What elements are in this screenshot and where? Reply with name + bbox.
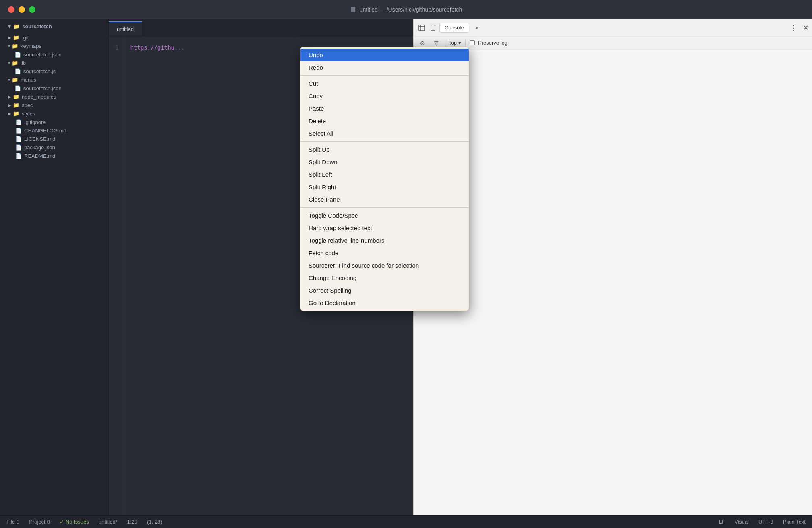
editor-tab-untitled[interactable]: untitled <box>109 21 142 36</box>
sidebar-item-styles[interactable]: ▶ 📁 styles <box>0 109 108 118</box>
menu-item-sourcerer[interactable]: Sourcerer: Find source code for selectio… <box>300 259 469 272</box>
sidebar-item-changelog[interactable]: 📄 CHANGELOG.md <box>0 126 108 135</box>
sidebar-item-package[interactable]: 📄 package.json <box>0 143 108 152</box>
device-mode-button[interactable] <box>428 23 438 33</box>
menu-item-fetch-code[interactable]: Fetch code <box>300 247 469 259</box>
devtools-content: undefined › <box>414 50 812 515</box>
top-label: top <box>450 40 457 46</box>
chevron-right-icon: ▶ <box>8 95 11 99</box>
sidebar-item-git[interactable]: ▶ 📁 .git <box>0 33 108 42</box>
sidebar-item-keymaps-json[interactable]: 📄 sourcefetch.json <box>0 50 108 59</box>
menu-item-split-up[interactable]: Split Up <box>300 143 469 156</box>
sidebar-item-lib[interactable]: ▾ 📁 lib <box>0 59 108 67</box>
menu-item-hard-wrap[interactable]: Hard wrap selected text <box>300 222 469 234</box>
menu-item-close-pane[interactable]: Close Pane <box>300 193 469 206</box>
menu-item-change-encoding[interactable]: Change Encoding <box>300 272 469 284</box>
filter-button[interactable]: ▽ <box>431 38 441 48</box>
sidebar-item-label: lib <box>21 60 26 66</box>
sidebar-item-label: styles <box>22 111 35 117</box>
menu-item-go-to-declaration[interactable]: Go to Declaration <box>300 297 469 309</box>
status-file[interactable]: File 0 <box>6 519 19 525</box>
chevron-down-icon: ▾ <box>8 44 10 48</box>
sidebar-item-menus[interactable]: ▾ 📁 menus <box>0 76 108 84</box>
tab-bar: untitled <box>109 19 413 36</box>
menu-item-correct-spelling[interactable]: Correct Spelling <box>300 284 469 297</box>
menu-item-split-down[interactable]: Split Down <box>300 156 469 168</box>
menu-item-toggle-relative[interactable]: Toggle relative-line-numbers <box>300 234 469 247</box>
inspect-element-button[interactable] <box>417 23 427 33</box>
folder-icon: 📁 <box>13 111 19 117</box>
file-count: 0 <box>17 519 19 525</box>
preserve-log-label: Preserve log <box>478 40 508 46</box>
toolbar-separator <box>445 39 445 47</box>
title-text: untitled — /Users/nick/github/sourcefetc… <box>360 6 462 13</box>
devtools-close-button[interactable]: ✕ <box>803 23 809 32</box>
menu-item-split-left[interactable]: Split Left <box>300 168 469 181</box>
project-count: 0 <box>47 519 50 525</box>
context-selector[interactable]: top ▾ <box>450 40 461 46</box>
file-label: File <box>6 519 15 525</box>
minimize-button[interactable] <box>19 6 25 13</box>
filter-icon: ▽ <box>434 40 439 46</box>
status-right: LF Visual UTF-8 Plain Text <box>719 519 806 525</box>
menu-item-paste[interactable]: Paste <box>300 102 469 115</box>
status-tab-name: untitled* <box>99 519 118 525</box>
status-no-issues[interactable]: ✓ No Issues <box>60 519 89 525</box>
sidebar-item-label: menus <box>21 77 36 83</box>
sidebar-item-menus-json[interactable]: 📄 sourcefetch.json <box>0 84 108 93</box>
menu-item-redo[interactable]: Redo <box>300 61 469 74</box>
url-continuation: ... <box>174 44 184 51</box>
sidebar-item-lib-js[interactable]: 📄 sourcefetch.js <box>0 67 108 76</box>
context-menu: Undo Redo Cut Copy Paste Delete Select A… <box>300 47 469 311</box>
sidebar-item-license[interactable]: 📄 LICENSE.md <box>0 135 108 143</box>
status-project[interactable]: Project 0 <box>29 519 50 525</box>
project-label: Project <box>29 519 45 525</box>
sidebar-item-readme[interactable]: 📄 README.md <box>0 152 108 160</box>
file-icon: 📄 <box>15 153 22 159</box>
sidebar-item-node-modules[interactable]: ▶ 📁 node_modules <box>0 93 108 101</box>
maximize-button[interactable] <box>29 6 35 13</box>
console-input-row: › <box>418 62 807 69</box>
main-layout: ▾ 📁 sourcefetch ▶ 📁 .git ▾ 📁 keymaps 📄 s… <box>0 19 812 515</box>
preserve-log-option[interactable]: Preserve log <box>470 40 508 46</box>
tab-label: untitled <box>117 26 134 32</box>
status-position: 1:29 <box>127 519 137 525</box>
menu-item-undo[interactable]: Undo <box>300 49 469 61</box>
sidebar-item-gitignore[interactable]: 📄 .gitignore <box>0 118 108 126</box>
folder-icon: 📁 <box>13 102 19 108</box>
status-grammar[interactable]: Plain Text <box>783 519 806 525</box>
menu-separator-2 <box>300 141 469 142</box>
menu-item-split-right[interactable]: Split Right <box>300 181 469 193</box>
ban-icon: ⊘ <box>420 40 425 46</box>
menu-item-delete[interactable]: Delete <box>300 115 469 127</box>
close-button[interactable] <box>8 6 14 13</box>
devtools-tab-console[interactable]: Console <box>439 23 469 33</box>
status-coords: (1, 28) <box>147 519 162 525</box>
folder-icon: 📁 <box>12 77 18 83</box>
preserve-log-checkbox[interactable] <box>470 40 475 45</box>
sidebar-root-icon: ▾ <box>8 23 11 29</box>
sidebar-item-spec[interactable]: ▶ 📁 spec <box>0 101 108 109</box>
sidebar-root-label: sourcefetch <box>22 23 52 29</box>
url-text: https://githu <box>130 44 174 51</box>
sidebar: ▾ 📁 sourcefetch ▶ 📁 .git ▾ 📁 keymaps 📄 s… <box>0 19 109 515</box>
sidebar-item-label: package.json <box>24 144 55 151</box>
status-line-ending[interactable]: LF <box>719 519 725 525</box>
devtools-panel: Console » ⋮ ✕ ⊘ ▽ top ▾ Preserv <box>413 19 812 515</box>
dropdown-arrow-icon: ▾ <box>458 40 461 46</box>
status-mode[interactable]: Visual <box>735 519 749 525</box>
menu-item-cut[interactable]: Cut <box>300 77 469 90</box>
status-encoding[interactable]: UTF-8 <box>758 519 773 525</box>
sidebar-root[interactable]: ▾ 📁 sourcefetch <box>0 19 108 33</box>
file-icon: 📄 <box>14 52 21 58</box>
sidebar-item-keymaps[interactable]: ▾ 📁 keymaps <box>0 42 108 50</box>
no-issues-label: No Issues <box>66 519 89 525</box>
chevron-right-icon: ▶ <box>8 103 11 107</box>
menu-item-copy[interactable]: Copy <box>300 90 469 102</box>
check-icon: ✓ <box>60 519 64 525</box>
clear-console-button[interactable]: ⊘ <box>418 38 427 48</box>
devtools-more-button[interactable]: ⋮ <box>790 23 798 32</box>
devtools-tab-more[interactable]: » <box>471 23 483 32</box>
menu-item-toggle-code-spec[interactable]: Toggle Code/Spec <box>300 209 469 222</box>
menu-item-select-all[interactable]: Select All <box>300 127 469 140</box>
